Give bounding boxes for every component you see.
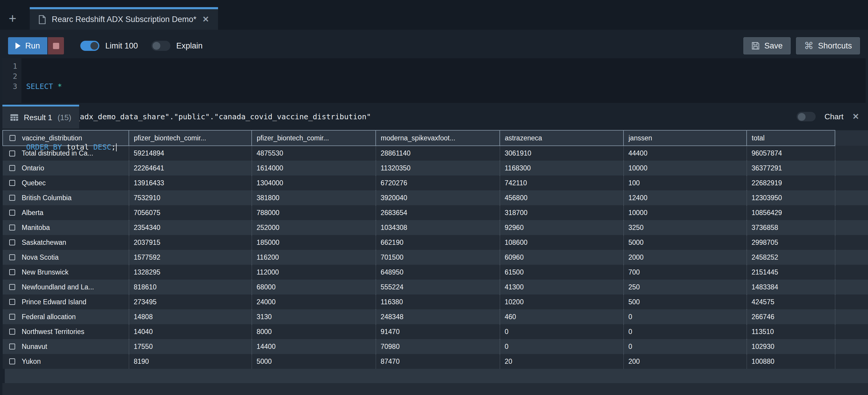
data-cell: 0 (623, 339, 747, 354)
table-icon (10, 114, 19, 121)
table-row: New Brunswick132829511200064895061500700… (3, 265, 868, 280)
data-cell: 5000 (252, 354, 376, 369)
cell-value: 0 (505, 328, 509, 336)
row-filler (835, 265, 868, 280)
data-cell: 70980 (376, 339, 500, 354)
data-cell: 112000 (252, 265, 376, 280)
data-cell: 24000 (252, 295, 376, 309)
row-checkbox[interactable] (9, 180, 15, 186)
cell-value: Nunavut (22, 343, 47, 351)
limit-label: Limit 100 (105, 41, 138, 51)
chart-toggle[interactable] (797, 112, 816, 121)
cell-value: 108600 (505, 239, 528, 247)
row-checkbox[interactable] (9, 299, 15, 305)
shortcuts-label: Shortcuts (818, 41, 852, 51)
data-cell: 14040 (129, 324, 252, 339)
line-number: 1 (2, 61, 17, 71)
column-header-label: astrazeneca (505, 134, 542, 142)
data-cell: 8000 (252, 324, 376, 339)
limit-toggle[interactable] (80, 41, 99, 51)
table-row: Nova Scotia15775921162007015006096020002… (3, 250, 868, 265)
cell-value: 5000 (257, 358, 272, 366)
cell-value: 456800 (505, 194, 528, 202)
data-cell: 60960 (500, 250, 623, 265)
cell-value: 12303950 (752, 194, 782, 202)
cell-value: 6720276 (381, 179, 407, 187)
cell-value: 2354340 (134, 224, 161, 232)
row-checkbox[interactable] (9, 358, 15, 364)
row-checkbox[interactable] (9, 254, 15, 260)
sql-editor[interactable]: 1 2 3 SELECT * FROM "rearc_adx_demo_data… (2, 58, 866, 103)
stop-button[interactable] (48, 37, 64, 55)
cell-value: 2037915 (134, 239, 161, 247)
row-name-cell: Saskatchewan (3, 235, 129, 250)
cell-value: Northwest Territories (22, 328, 84, 336)
row-filler (835, 250, 868, 265)
cell-value: 13916433 (134, 179, 164, 187)
line-number-gutter: 1 2 3 (2, 58, 22, 103)
data-cell: 1483384 (747, 280, 835, 295)
data-cell: 87470 (376, 354, 500, 369)
cell-value: British Columbia (22, 194, 71, 202)
data-cell: 22682919 (747, 176, 835, 190)
data-cell: 500 (623, 295, 747, 309)
cell-value: 8000 (257, 328, 272, 336)
sql-code-area[interactable]: SELECT * FROM "rearc_adx_demo_data_share… (22, 58, 866, 103)
cell-value: 185000 (257, 239, 280, 247)
new-tab-button[interactable]: + (4, 7, 22, 30)
data-cell: 10200 (500, 295, 623, 309)
data-cell: 1304000 (252, 176, 376, 190)
cell-value: 2151445 (752, 268, 778, 276)
cell-value: 701500 (381, 253, 404, 262)
cell-value: 59214894 (134, 149, 164, 157)
sql-keyword: DESC (93, 143, 111, 151)
data-cell: 6720276 (376, 176, 500, 190)
row-filler (835, 309, 868, 324)
save-button[interactable]: Save (743, 37, 790, 55)
row-name-cell: British Columbia (3, 190, 129, 205)
row-checkbox[interactable] (9, 165, 15, 171)
row-name-cell: Manitoba (3, 220, 129, 235)
column-header-label: total (752, 134, 765, 142)
cell-value: 0 (628, 328, 632, 336)
data-cell: 0 (500, 339, 623, 354)
cell-value: 0 (505, 343, 509, 351)
row-checkbox[interactable] (9, 284, 15, 290)
data-cell: 92960 (500, 220, 623, 235)
row-checkbox[interactable] (9, 314, 15, 320)
cell-value: 70980 (381, 343, 400, 351)
cell-value: 14400 (257, 343, 276, 351)
data-cell: 2037915 (129, 235, 252, 250)
row-checkbox[interactable] (9, 195, 15, 201)
shortcuts-button[interactable]: ⌘ Shortcuts (796, 37, 860, 55)
data-cell: 662190 (376, 235, 500, 250)
row-checkbox[interactable] (9, 210, 15, 216)
row-checkbox[interactable] (9, 269, 15, 275)
results-close-icon[interactable]: ✕ (852, 113, 859, 121)
run-button[interactable]: Run (8, 37, 47, 55)
row-checkbox[interactable] (9, 329, 15, 335)
data-cell: 13916433 (129, 176, 252, 190)
data-cell: 17550 (129, 339, 252, 354)
data-cell: 113510 (747, 324, 835, 339)
row-checkbox[interactable] (9, 224, 15, 231)
cell-value: 10856429 (752, 209, 782, 217)
result-tab[interactable]: Result 1 (15) (2, 105, 79, 128)
cell-value: 24000 (257, 298, 276, 306)
explain-toggle[interactable] (151, 41, 170, 51)
cell-value: Yukon (22, 358, 41, 366)
select-all-checkbox[interactable] (9, 135, 16, 141)
row-filler (835, 354, 868, 369)
cell-value: 2000 (628, 253, 644, 262)
cell-value: 3736858 (752, 224, 778, 232)
query-tab[interactable]: Rearc Redshift ADX Subscription Demo* ✕ (30, 7, 218, 30)
row-name-cell: Alberta (3, 205, 129, 220)
row-checkbox[interactable] (9, 239, 15, 245)
toggle-knob (153, 42, 160, 50)
tab-close-icon[interactable]: ✕ (202, 16, 209, 24)
sql-star: * (57, 82, 62, 91)
row-checkbox[interactable] (9, 151, 15, 156)
cell-value: 648950 (381, 268, 404, 276)
row-checkbox[interactable] (9, 343, 15, 350)
cell-value: 3130 (257, 313, 272, 321)
